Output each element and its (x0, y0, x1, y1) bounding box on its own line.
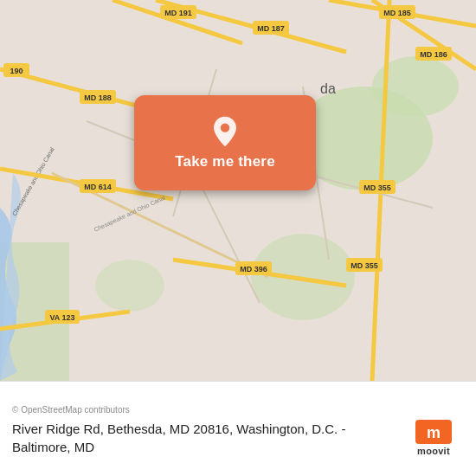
svg-point-46 (221, 124, 229, 132)
popup-card[interactable]: Take me there (134, 95, 316, 190)
svg-text:MD 185: MD 185 (383, 9, 411, 17)
svg-text:MD 355: MD 355 (351, 261, 378, 270)
svg-text:m: m (427, 424, 441, 441)
moovit-logo: m moovit (403, 420, 464, 456)
svg-text:MD 355: MD 355 (363, 183, 391, 192)
address-text: River Ridge Rd, Bethesda, MD 20816, Wash… (12, 420, 358, 456)
svg-text:MD 396: MD 396 (240, 265, 267, 273)
svg-text:MD 614: MD 614 (84, 183, 112, 191)
svg-text:da: da (320, 81, 336, 96)
svg-text:MD 186: MD 186 (420, 50, 447, 59)
svg-text:MD 191: MD 191 (164, 9, 192, 17)
take-me-there-button[interactable]: Take me there (175, 153, 275, 170)
copyright-text: © OpenStreetMap contributors (12, 405, 130, 415)
bottom-info-bar: © OpenStreetMap contributors River Ridge… (0, 381, 476, 476)
svg-text:VA 123: VA 123 (49, 313, 74, 322)
svg-text:MD 187: MD 187 (257, 24, 285, 33)
svg-text:MD 188: MD 188 (84, 93, 112, 102)
svg-point-4 (95, 260, 164, 312)
moovit-brand-text: moovit (417, 446, 450, 456)
svg-text:190: 190 (10, 67, 23, 75)
map-view: Chesapeake and Ohio Canal Chesapeake and… (0, 0, 476, 381)
location-pin-icon (209, 115, 241, 148)
moovit-icon: m (415, 420, 452, 444)
